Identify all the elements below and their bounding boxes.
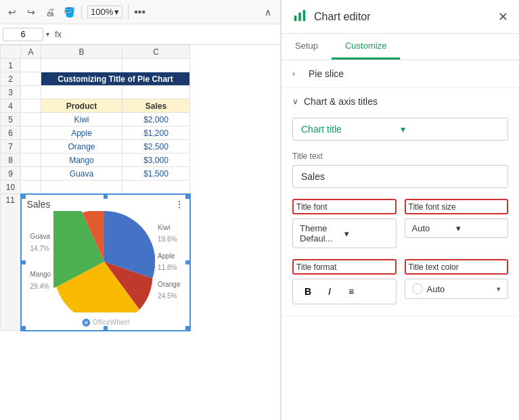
- label-mango: Mango29.4%: [30, 269, 51, 293]
- handle-ml: [21, 260, 26, 265]
- row-num: 6: [1, 126, 21, 140]
- chart-title-type-dropdown[interactable]: Chart title ▾: [292, 118, 508, 141]
- table-row: 2 Customizing Title of Pie Chart: [1, 72, 190, 86]
- cell-c3[interactable]: [122, 86, 190, 99]
- bold-button[interactable]: B: [298, 282, 317, 301]
- handle-tr: [185, 194, 190, 200]
- col-header-c[interactable]: C: [122, 45, 190, 59]
- redo-button[interactable]: ↪: [24, 5, 38, 19]
- cell-a7[interactable]: [21, 140, 41, 154]
- col-header-empty: [1, 45, 21, 59]
- title-format-label: Title format: [296, 262, 337, 272]
- toolbar-separator: [81, 5, 82, 19]
- row-num: 7: [1, 140, 21, 154]
- format-row: Title format B I ≡ Title text color Auto: [292, 259, 508, 304]
- cell-mango[interactable]: Mango: [41, 154, 122, 167]
- spreadsheet-area: ↩ ↪ 🖨 🪣 100% ▾ ••• ∧ ▾ fx: [0, 0, 281, 420]
- editor-header: Chart editor ✕: [281, 0, 519, 34]
- collapse-button[interactable]: ∧: [261, 5, 275, 19]
- format-buttons-col: Title format B I ≡: [292, 259, 397, 304]
- cell-apple[interactable]: Apple: [41, 126, 122, 140]
- title-text-color-dropdown[interactable]: Auto ▾: [405, 279, 509, 299]
- chart-axis-titles-section: ∨ Chart & axis titles Chart title ▾ Titl…: [281, 88, 519, 316]
- cell-kiwi[interactable]: Kiwi: [41, 113, 122, 126]
- tab-setup[interactable]: Setup: [281, 34, 332, 60]
- chart-editor-icon: [292, 8, 307, 23]
- cell-guava[interactable]: Guava: [41, 167, 122, 181]
- cell-ref-arrow: ▾: [46, 30, 49, 38]
- color-arrow: ▾: [497, 285, 501, 294]
- title-text-color-label-box: Title text color: [405, 259, 509, 275]
- editor-close-button[interactable]: ✕: [498, 11, 508, 23]
- title-font-size-label-box: Title font size: [405, 199, 509, 214]
- cell-b10[interactable]: [41, 181, 122, 194]
- cell-a8[interactable]: [21, 154, 41, 167]
- cell-b3[interactable]: [41, 86, 122, 99]
- align-button[interactable]: ≡: [342, 282, 361, 301]
- table-row: 6 Apple $1,200: [1, 126, 190, 140]
- cell-orange-sales[interactable]: $2,500: [122, 140, 190, 154]
- watermark-icon: [81, 318, 91, 327]
- cell-a10[interactable]: [21, 181, 41, 194]
- svg-rect-1: [298, 12, 301, 21]
- handle-tm: [103, 194, 108, 200]
- cell-a3[interactable]: [21, 86, 41, 99]
- cell-sales-header[interactable]: Sales: [122, 99, 190, 113]
- pie-slice-label: Pie slice: [309, 68, 344, 79]
- cell-c10[interactable]: [122, 181, 190, 194]
- title-font-label: Title font: [296, 202, 328, 212]
- cell-c1[interactable]: [122, 59, 190, 72]
- title-font-dropdown[interactable]: Theme Defaul... ▾: [292, 218, 397, 248]
- zoom-control[interactable]: 100% ▾: [87, 5, 122, 18]
- cell-a1[interactable]: [21, 59, 41, 72]
- format-color-col: Title text color Auto ▾: [405, 259, 509, 304]
- title-font-value: Theme Defaul...: [300, 223, 344, 243]
- table-row: 7 Orange $2,500: [1, 140, 190, 154]
- cell-product-header[interactable]: Product: [41, 99, 122, 113]
- pie-slice-section[interactable]: › Pie slice: [281, 60, 519, 88]
- cell-guava-sales[interactable]: $1,500: [122, 167, 190, 181]
- chart-menu-dots[interactable]: ⋮: [175, 199, 184, 210]
- cell-mango-sales[interactable]: $3,000: [122, 154, 190, 167]
- italic-button[interactable]: I: [320, 282, 339, 301]
- title-text-input[interactable]: [292, 165, 508, 188]
- chart-axis-titles-header[interactable]: ∨ Chart & axis titles: [292, 96, 508, 107]
- col-header-a[interactable]: A: [21, 45, 41, 59]
- table-row: 3: [1, 86, 190, 99]
- color-label-text: Auto: [427, 284, 497, 294]
- toolbar: ↩ ↪ 🖨 🪣 100% ▾ ••• ∧: [0, 0, 280, 24]
- tab-customize[interactable]: Customize: [332, 34, 400, 60]
- cell-a2[interactable]: [21, 72, 41, 86]
- title-font-size-dropdown[interactable]: Auto ▾: [405, 218, 509, 238]
- row-num: 4: [1, 99, 21, 113]
- undo-button[interactable]: ↩: [5, 5, 19, 19]
- cell-a6[interactable]: [21, 126, 41, 140]
- cell-a5[interactable]: [21, 113, 41, 126]
- cell-apple-sales[interactable]: $1,200: [122, 126, 190, 140]
- more-options-button[interactable]: •••: [134, 6, 145, 18]
- watermark: OfficeWheel: [81, 318, 129, 327]
- cell-ref-input[interactable]: [3, 28, 43, 41]
- watermark-text: OfficeWheel: [93, 319, 129, 326]
- cell-a4[interactable]: [21, 99, 41, 113]
- chart-cell[interactable]: Sales ⋮ Guava14.7% Mango29.4%: [21, 194, 190, 331]
- cell-kiwi-sales[interactable]: $2,000: [122, 113, 190, 126]
- formula-bar: ▾ fx: [0, 24, 280, 45]
- zoom-value: 100%: [91, 7, 113, 17]
- pie-labels-right: Kiwi19.6% Apple11.8% Orange24.5%: [158, 222, 180, 302]
- cell-orange[interactable]: Orange: [41, 140, 122, 154]
- cell-b1[interactable]: [41, 59, 122, 72]
- title-font-size-label: Title font size: [409, 202, 456, 212]
- print-button[interactable]: 🖨: [43, 5, 57, 19]
- col-header-b[interactable]: B: [41, 45, 122, 59]
- title-font-size-arrow: ▾: [456, 223, 501, 233]
- paint-button[interactable]: 🪣: [62, 5, 76, 19]
- title-font-arrow: ▾: [344, 229, 389, 239]
- sheet-title-cell[interactable]: Customizing Title of Pie Chart: [41, 72, 190, 86]
- table-row: 9 Guava $1,500: [1, 167, 190, 181]
- row-num: 5: [1, 113, 21, 126]
- formula-input[interactable]: [64, 28, 277, 41]
- pie-labels-left: Guava14.7% Mango29.4%: [30, 231, 51, 293]
- chart-axis-titles-label: Chart & axis titles: [304, 96, 378, 107]
- cell-a9[interactable]: [21, 167, 41, 181]
